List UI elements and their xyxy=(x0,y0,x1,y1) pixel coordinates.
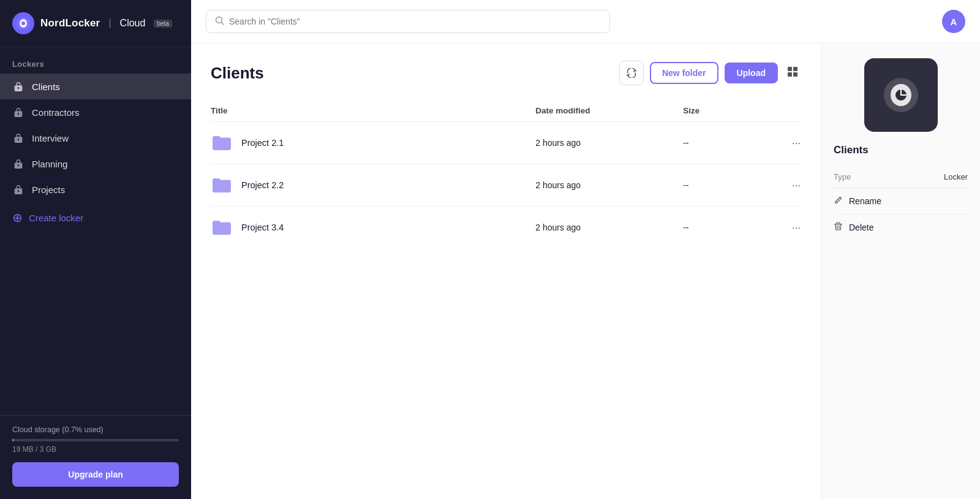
create-locker-icon: ⊕ xyxy=(12,211,23,224)
sidebar-item-contractors-label: Contractors xyxy=(32,107,80,118)
storage-bar-fill xyxy=(12,439,13,441)
sidebar-item-contractors[interactable]: Contractors xyxy=(0,99,191,125)
search-icon xyxy=(215,16,224,27)
rename-label: Rename xyxy=(849,196,881,206)
table-row[interactable]: Project 2.1 2 hours ago -- ··· xyxy=(211,122,801,164)
rename-icon xyxy=(834,196,843,207)
avatar[interactable]: A xyxy=(942,10,965,33)
file-name: Project 3.4 xyxy=(241,223,284,232)
sidebar-item-interview-label: Interview xyxy=(32,133,69,143)
create-locker-label: Create locker xyxy=(29,213,83,223)
main-area: A Clients New folder Upload xyxy=(191,0,980,499)
rename-button[interactable]: Rename xyxy=(834,188,968,215)
create-locker-button[interactable]: ⊕ Create locker xyxy=(0,205,191,230)
svg-rect-14 xyxy=(788,67,792,71)
folder-icon xyxy=(211,132,233,154)
delete-label: Delete xyxy=(849,223,873,232)
storage-label: Cloud storage (0.7% used) xyxy=(12,425,179,434)
upload-button[interactable]: Upload xyxy=(725,63,778,83)
file-size: -- xyxy=(683,164,772,207)
svg-point-9 xyxy=(18,164,20,166)
file-header: Clients New folder Upload xyxy=(211,61,801,85)
svg-rect-15 xyxy=(793,67,797,71)
page-title: Clients xyxy=(211,64,264,83)
sidebar: NordLocker | Cloud beta Lockers Clients … xyxy=(0,0,191,499)
header-actions: New folder Upload xyxy=(619,61,801,85)
svg-rect-17 xyxy=(793,72,797,77)
table-row[interactable]: Project 3.4 2 hours ago -- ··· xyxy=(211,207,801,249)
storage-bar-bg xyxy=(12,439,179,441)
topbar: A xyxy=(191,0,980,44)
locker-icon-planning xyxy=(12,158,24,170)
view-toggle-button[interactable] xyxy=(784,63,801,83)
logo-area: NordLocker | Cloud beta xyxy=(0,0,191,47)
sidebar-item-clients-label: Clients xyxy=(32,82,60,92)
search-input[interactable] xyxy=(229,17,601,26)
search-box[interactable] xyxy=(206,10,610,33)
sidebar-item-projects-label: Projects xyxy=(32,185,65,195)
file-name-cell: Project 2.1 xyxy=(211,132,535,154)
panel-type-label: Type xyxy=(834,172,851,181)
logo-beta: beta xyxy=(154,20,172,28)
file-menu-button[interactable]: ··· xyxy=(772,207,801,249)
file-date: 2 hours ago xyxy=(535,207,683,249)
logo-divider: | xyxy=(108,18,111,29)
svg-point-5 xyxy=(18,113,20,115)
upgrade-plan-button[interactable]: Upgrade plan xyxy=(12,462,179,487)
file-size: -- xyxy=(683,122,772,164)
svg-point-1 xyxy=(21,21,25,25)
sidebar-item-planning-label: Planning xyxy=(32,159,67,169)
sidebar-footer: Cloud storage (0.7% used) 19 MB / 3 GB U… xyxy=(0,415,191,499)
file-date: 2 hours ago xyxy=(535,164,683,207)
locker-icon-contractors xyxy=(12,106,24,118)
folder-icon xyxy=(211,174,233,196)
locker-icon-projects xyxy=(12,183,24,196)
file-name-cell: Project 2.2 xyxy=(211,174,535,196)
delete-icon xyxy=(834,222,843,233)
logo-cloud: Cloud xyxy=(120,18,146,29)
file-menu-button[interactable]: ··· xyxy=(772,164,801,207)
logo-icon xyxy=(12,12,34,34)
sidebar-item-interview[interactable]: Interview xyxy=(0,125,191,151)
file-menu-button[interactable]: ··· xyxy=(772,122,801,164)
right-panel-folder-icon xyxy=(864,58,938,132)
content-area: Clients New folder Upload xyxy=(191,44,980,499)
file-date: 2 hours ago xyxy=(535,122,683,164)
file-name: Project 2.2 xyxy=(241,180,284,190)
lockers-section-label: Lockers xyxy=(0,53,191,74)
svg-point-7 xyxy=(18,139,20,140)
col-size: Size xyxy=(683,100,772,122)
locker-icon-clients xyxy=(12,80,24,93)
file-size: -- xyxy=(683,207,772,249)
svg-line-13 xyxy=(222,23,224,25)
sidebar-item-planning[interactable]: Planning xyxy=(0,151,191,177)
folder-icon xyxy=(211,216,233,238)
col-title: Title xyxy=(211,100,535,122)
refresh-button[interactable] xyxy=(619,61,644,85)
storage-size: 19 MB / 3 GB xyxy=(12,445,179,454)
file-table: Title Date modified Size Project 2.1 2 h… xyxy=(211,100,801,248)
panel-type-row: Type Locker xyxy=(834,166,968,188)
file-browser: Clients New folder Upload xyxy=(191,44,821,499)
logo-name: NordLocker xyxy=(40,17,100,29)
col-actions xyxy=(772,100,801,122)
delete-button[interactable]: Delete xyxy=(834,215,968,240)
new-folder-button[interactable]: New folder xyxy=(650,62,718,84)
sidebar-item-clients[interactable]: Clients xyxy=(0,74,191,99)
file-name-cell: Project 3.4 xyxy=(211,216,535,238)
svg-point-11 xyxy=(18,190,20,192)
svg-rect-16 xyxy=(788,72,792,77)
sidebar-item-projects[interactable]: Projects xyxy=(0,177,191,202)
locker-icon-interview xyxy=(12,132,24,144)
svg-point-3 xyxy=(18,87,20,89)
right-panel-name: Clients xyxy=(834,144,968,156)
col-date: Date modified xyxy=(535,100,683,122)
file-name: Project 2.1 xyxy=(241,138,284,148)
panel-type-value: Locker xyxy=(944,172,968,181)
table-row[interactable]: Project 2.2 2 hours ago -- ··· xyxy=(211,164,801,207)
right-panel: Clients Type Locker Rename xyxy=(821,44,980,499)
